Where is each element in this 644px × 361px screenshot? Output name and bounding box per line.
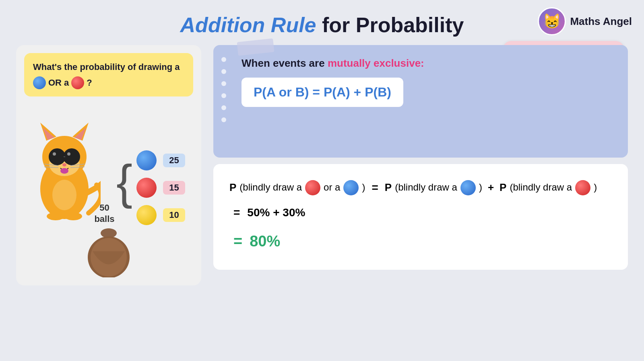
calc-eq-2: = [229,200,240,225]
mutually-exclusive-heading: When events are mutually exclusive: [242,57,612,70]
dot-5 [221,105,226,110]
ball-row-red: 15 [136,178,185,198]
calc-eq-1: = [372,175,378,200]
count-red: 15 [163,181,185,195]
cat-illustration [28,105,101,225]
ball-blue-large [136,150,157,170]
bag-illustration [85,221,133,277]
svg-point-12 [62,163,66,166]
dot-2 [221,69,226,74]
svg-point-11 [67,152,70,156]
ball-yellow-large [136,205,157,225]
calc-ball-red-2 [575,180,590,195]
ball-red-large [136,178,157,198]
svg-point-7 [49,149,65,165]
ball-red-question [71,76,84,89]
calc-val-2: 50% + 30% [243,200,305,225]
right-section: Events cannot happen at the same time! W… [213,45,628,285]
bag-area [24,221,193,277]
logo: 😸 Maths Angel [538,7,632,35]
title-blue: Addition Rule [180,13,316,37]
svg-point-8 [64,149,80,165]
logo-text: Maths Angel [570,15,632,28]
calc-close-1: ) [362,177,365,198]
calc-ball-red [305,180,320,195]
calc-close-3: ) [594,177,597,198]
balls-list: 25 15 10 [136,150,185,225]
count-blue: 25 [163,154,185,167]
dot-4 [221,93,226,98]
calc-text-1: (blindly draw a [239,177,302,198]
calc-line-3: = 80% [229,225,612,258]
calc-plus: + [488,176,494,199]
formula-box: P(A or B) = P(A) + P(B) [242,78,403,107]
balls-with-brace: { 25 15 10 [116,142,185,225]
question-bubble: What's the probability of drawing a OR a… [24,53,193,96]
calc-text-2: (blindly draw a [395,177,457,198]
svg-point-13 [60,168,68,174]
svg-point-10 [53,152,56,156]
calc-eq-3: = [229,225,242,258]
calc-line-2: = 50% + 30% [229,200,612,225]
question-or: OR a [48,76,69,89]
when-events-text: When events are [242,57,325,69]
calc-p3: P [500,176,506,199]
calc-ball-blue [343,180,359,195]
tape-decoration [237,38,274,55]
question-text-line1: What's the probability of [33,60,136,74]
ball-row-blue: 25 [136,150,185,170]
ball-blue-question [33,76,46,89]
dots-decoration [221,57,226,122]
svg-point-18 [47,212,64,220]
svg-point-19 [64,212,82,220]
question-text-line2: drawing a [138,60,180,74]
main-content: What's the probability of drawing a OR a… [0,45,644,285]
calc-or-text: or a [324,177,340,198]
note-card: When events are mutually exclusive: P(A … [213,45,628,158]
calc-p2: P [385,176,392,199]
title-dark: for Probability [316,13,464,37]
dot-6 [221,117,226,122]
brace-symbol: { [116,158,132,206]
mutually-exclusive-highlight: mutually exclusive: [328,57,424,69]
note-content: When events are mutually exclusive: P(A … [233,57,612,107]
logo-icon: 😸 [538,7,566,35]
count-yellow: 10 [163,208,185,222]
calc-ball-blue-2 [460,180,476,195]
calc-line-1: P (blindly draw a or a ) = P (blindly dr… [229,175,612,200]
left-card: What's the probability of drawing a OR a… [16,45,201,285]
ball-row-yellow: 10 [136,205,185,225]
dot-1 [221,57,226,62]
svg-point-20 [52,180,76,210]
calc-p1: P [229,176,236,199]
calculation-box: P (blindly draw a or a ) = P (blindly dr… [213,164,628,270]
dot-3 [221,81,226,86]
calc-text-3: (blindly draw a [510,177,572,198]
calc-close-2: ) [479,177,482,198]
cat-area: 50balls { 25 15 10 [24,101,193,229]
calc-val-3: 80% [246,225,280,258]
question-end: ? [87,76,92,89]
formula-text: P(A or B) = P(A) + P(B) [254,85,391,99]
